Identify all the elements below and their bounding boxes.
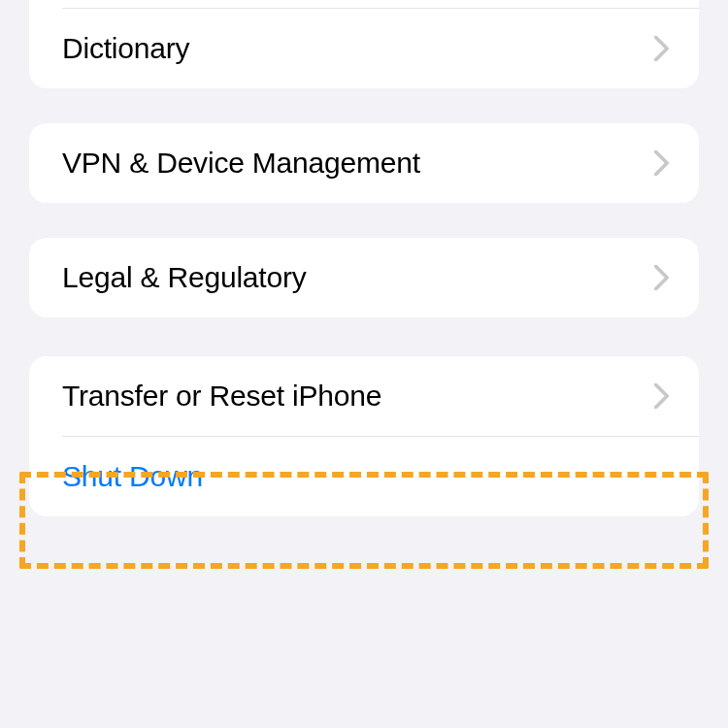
settings-row-vpn-management[interactable]: VPN & Device Management: [29, 123, 699, 203]
row-label: Transfer or Reset iPhone: [62, 380, 381, 413]
row-label: VPN & Device Management: [62, 147, 420, 180]
settings-group-vpn: VPN & Device Management: [29, 123, 699, 203]
row-label: Shut Down: [62, 460, 203, 493]
chevron-right-icon: [654, 265, 670, 290]
settings-group-dictionary: Dictionary: [29, 0, 699, 88]
chevron-right-icon: [654, 150, 670, 176]
settings-row-trimmed[interactable]: [29, 0, 699, 8]
settings-group-legal: Legal & Regulatory: [29, 238, 699, 317]
chevron-right-icon: [654, 383, 670, 409]
row-label: Legal & Regulatory: [62, 261, 307, 294]
settings-group-reset: Transfer or Reset iPhone Shut Down: [29, 356, 699, 516]
settings-row-transfer-reset[interactable]: Transfer or Reset iPhone: [29, 356, 699, 436]
settings-row-legal-regulatory[interactable]: Legal & Regulatory: [29, 238, 699, 317]
settings-row-shut-down[interactable]: Shut Down: [29, 437, 699, 516]
row-label: Dictionary: [62, 32, 189, 65]
settings-scroll-area: Dictionary VPN & Device Management Legal…: [0, 0, 728, 516]
settings-row-dictionary[interactable]: Dictionary: [29, 9, 699, 88]
chevron-right-icon: [654, 36, 670, 61]
